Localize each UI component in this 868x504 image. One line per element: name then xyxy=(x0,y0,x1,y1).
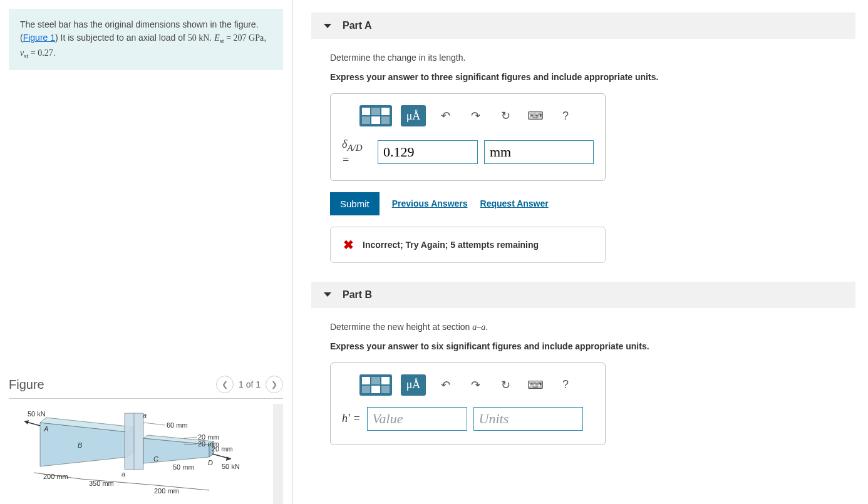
svg-text:A: A xyxy=(43,425,48,433)
undo-icon[interactable]: ↶ xyxy=(435,376,456,394)
redo-icon[interactable]: ↷ xyxy=(465,376,486,394)
part-b-units-input[interactable] xyxy=(473,407,583,431)
feedback-text: Incorrect; Try Again; 5 attempts remaini… xyxy=(363,240,539,250)
part-a-instruction: Express your answer to three significant… xyxy=(330,71,855,84)
figure-prev-button[interactable]: ❮ xyxy=(216,376,234,393)
part-b-header[interactable]: Part B xyxy=(311,282,855,308)
svg-text:350 mm: 350 mm xyxy=(89,480,114,487)
reset-icon[interactable]: ↻ xyxy=(495,106,516,125)
figure-link[interactable]: Figure 1 xyxy=(23,33,55,43)
problem-statement: The steel bar has the original dimension… xyxy=(9,9,283,70)
previous-answers-link[interactable]: Previous Answers xyxy=(392,198,468,208)
part-a-header[interactable]: Part A xyxy=(311,13,855,39)
part-a-body: Determine the change in its length. Expr… xyxy=(311,39,855,269)
redo-icon[interactable]: ↷ xyxy=(465,106,486,125)
special-chars-button[interactable]: μÅ xyxy=(401,105,426,126)
E-value: 207 GPa xyxy=(234,33,264,43)
figure-section: Figure ❮ 1 of 1 ❯ ▲ ▼ xyxy=(9,376,283,504)
collapse-icon xyxy=(324,24,331,28)
figure-heading: Figure xyxy=(9,378,44,392)
figure-next-button[interactable]: ❯ xyxy=(266,376,283,393)
svg-text:20 mm: 20 mm xyxy=(212,445,233,453)
part-a-units-input[interactable] xyxy=(484,140,594,164)
svg-text:D: D xyxy=(208,459,213,466)
svg-text:a: a xyxy=(143,411,147,419)
part-a-submit-button[interactable]: Submit xyxy=(330,192,380,215)
svg-line-29 xyxy=(143,423,165,425)
figure-nav-label: 1 of 1 xyxy=(239,379,261,389)
part-a-feedback: ✖ Incorrect; Try Again; 5 attempts remai… xyxy=(330,227,606,263)
help-icon[interactable]: ? xyxy=(555,376,576,394)
problem-text-2: ) It is subjected to an axial load of xyxy=(55,33,188,43)
svg-text:a: a xyxy=(121,470,125,478)
left-panel: The steel bar has the original dimension… xyxy=(0,0,292,504)
svg-text:60 mm: 60 mm xyxy=(167,421,188,429)
part-b-toolbar: μÅ ↶ ↷ ↻ ⌨ ? xyxy=(342,374,594,396)
part-a-prompt: Determine the change in its length. xyxy=(330,51,855,64)
part-a-answer-box: μÅ ↶ ↷ ↻ ⌨ ? δA/D = xyxy=(330,93,606,181)
keyboard-icon[interactable]: ⌨ xyxy=(525,376,546,394)
force-right-label: 50 kN xyxy=(222,463,240,470)
keyboard-icon[interactable]: ⌨ xyxy=(525,106,546,125)
part-a-toolbar: μÅ ↶ ↷ ↻ ⌨ ? xyxy=(342,105,594,126)
part-b-var-label: h′ = xyxy=(342,412,361,425)
help-icon[interactable]: ? xyxy=(555,106,576,125)
scroll-up-icon[interactable]: ▲ xyxy=(273,404,283,413)
svg-marker-11 xyxy=(226,456,231,461)
svg-text:200 mm: 200 mm xyxy=(43,473,68,480)
request-answer-link[interactable]: Request Answer xyxy=(480,198,549,208)
templates-icon[interactable] xyxy=(359,374,392,396)
templates-icon[interactable] xyxy=(359,105,392,126)
force-left-label: 50 kN xyxy=(28,410,46,418)
part-b-value-input[interactable] xyxy=(367,407,467,431)
part-b-body: Determine the new height at section a–a.… xyxy=(311,308,855,451)
incorrect-icon: ✖ xyxy=(343,237,354,252)
nu-value: 0.27 xyxy=(38,48,53,58)
load-value: 50 kN xyxy=(188,33,210,43)
part-b-prompt: Determine the new height at section a–a. xyxy=(330,321,855,334)
part-b-instruction: Express your answer to six significant f… xyxy=(330,340,855,353)
part-a-title: Part A xyxy=(343,20,372,31)
part-a-var-label: δA/D = xyxy=(342,138,371,167)
svg-text:C: C xyxy=(153,455,158,463)
right-panel: Part A Determine the change in its lengt… xyxy=(292,0,868,504)
figure-image: ▲ ▼ xyxy=(9,404,283,504)
special-chars-button[interactable]: μÅ xyxy=(401,374,426,396)
collapse-icon xyxy=(324,292,331,297)
reset-icon[interactable]: ↻ xyxy=(495,376,516,394)
svg-text:200 mm: 200 mm xyxy=(154,487,179,495)
part-b-answer-box: μÅ ↶ ↷ ↻ ⌨ ? h′ = xyxy=(330,363,606,445)
part-a-value-input[interactable] xyxy=(378,140,478,164)
svg-text:B: B xyxy=(78,441,82,449)
svg-marker-9 xyxy=(24,420,29,424)
svg-line-30 xyxy=(184,437,197,438)
E-var: E xyxy=(214,33,220,43)
undo-icon[interactable]: ↶ xyxy=(435,106,456,125)
svg-text:50 mm: 50 mm xyxy=(173,463,194,471)
part-b-title: Part B xyxy=(343,289,372,301)
scroll-down-icon[interactable]: ▼ xyxy=(273,495,283,504)
